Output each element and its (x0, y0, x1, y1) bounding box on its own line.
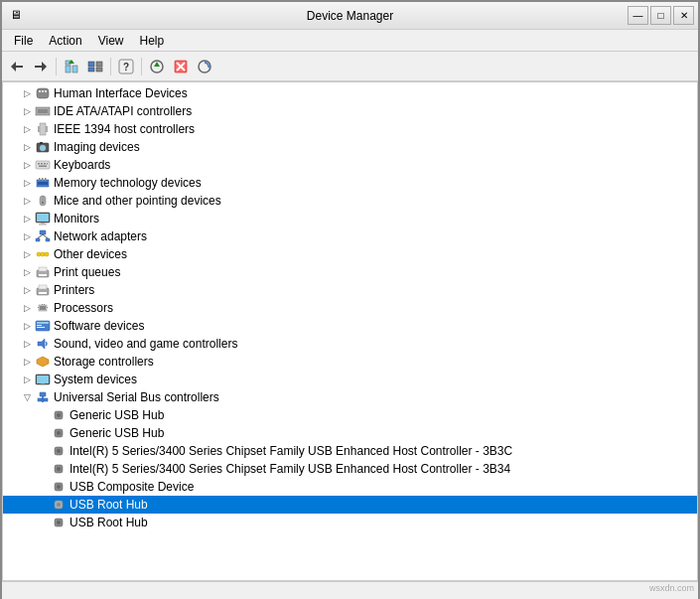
tree-item-sound[interactable]: ▷ Sound, video and game controllers (3, 335, 697, 353)
software-label: Software devices (54, 319, 144, 333)
ieee-icon (35, 121, 51, 137)
tree-item-ieee[interactable]: ▷ IEEE 1394 host controllers (3, 120, 697, 138)
system-label: System devices (54, 373, 137, 386)
expand-other[interactable]: ▷ (19, 246, 35, 262)
tree-item-intel-enhanced1[interactable]: ▷ Intel(R) 5 Series/3400 Series Chipset … (3, 442, 697, 460)
toolbar-separator-1 (56, 58, 57, 75)
monitors-label: Monitors (54, 212, 99, 225)
uninstall-button[interactable] (170, 56, 192, 77)
usb-hub2-icon (51, 425, 67, 441)
svg-rect-38 (39, 166, 47, 168)
tree-item-ide[interactable]: ▷ IDE ATA/ATAPI controllers (3, 102, 697, 120)
maximize-button[interactable]: □ (650, 6, 671, 25)
expand-ide[interactable]: ▷ (19, 103, 35, 119)
tree-item-intel-enhanced2[interactable]: ▷ Intel(R) 5 Series/3400 Series Chipset … (3, 460, 697, 478)
menu-view[interactable]: View (90, 32, 132, 50)
svg-rect-74 (37, 327, 45, 328)
expand-imaging[interactable]: ▷ (19, 139, 35, 155)
tree-item-keyboards[interactable]: ▷ Keyboards (3, 156, 697, 174)
help-button[interactable]: ? (115, 56, 137, 77)
tree-item-monitors[interactable]: ▷ Monitors (3, 210, 697, 227)
tree-item-storage[interactable]: ▷ Storage controllers (3, 353, 697, 371)
expand-storage[interactable]: ▷ (19, 354, 35, 370)
intel1-icon (51, 443, 67, 459)
svg-rect-64 (39, 292, 47, 294)
hid-label: Human Interface Devices (54, 86, 188, 100)
expand-ieee[interactable]: ▷ (19, 121, 35, 137)
forward-button[interactable] (30, 56, 52, 77)
svg-rect-61 (39, 274, 47, 276)
expand-processors[interactable]: ▷ (19, 300, 35, 316)
hid-icon (35, 85, 51, 101)
tree-item-hid[interactable]: ▷ Human Interface Devices (3, 84, 697, 102)
svg-rect-67 (38, 307, 39, 308)
usb-root1-label: USB Root Hub (70, 498, 148, 512)
ide-icon (35, 103, 51, 119)
menu-file[interactable]: File (6, 32, 41, 50)
update-driver-button[interactable] (146, 56, 168, 77)
toolbar-separator-3 (141, 58, 142, 75)
svg-rect-3 (35, 66, 43, 68)
sound-label: Sound, video and game controllers (54, 337, 237, 351)
tree-item-processors[interactable]: ▷ Processors (3, 299, 697, 317)
tree-item-imaging[interactable]: ▷ Imaging devices (3, 138, 697, 156)
close-button[interactable]: ✕ (673, 6, 694, 25)
svg-point-92 (57, 485, 61, 489)
usb-composite-label: USB Composite Device (70, 480, 194, 494)
svg-rect-69 (42, 304, 43, 305)
ide-label: IDE ATA/ATAPI controllers (54, 104, 192, 118)
expand-mice[interactable]: ▷ (19, 193, 35, 209)
expand-print-queues[interactable]: ▷ (19, 264, 35, 280)
tree-item-other[interactable]: ▷ Other devices (3, 245, 697, 263)
expand-monitors[interactable]: ▷ (19, 211, 35, 226)
scan-changes-button[interactable] (194, 56, 215, 77)
toolbar: ? (2, 52, 698, 81)
show-hidden-button[interactable] (84, 56, 106, 77)
usb-label: Universal Serial Bus controllers (54, 390, 219, 404)
expand-keyboards[interactable]: ▷ (19, 157, 35, 173)
menu-help[interactable]: Help (132, 32, 173, 50)
expand-hid[interactable]: ▷ (19, 85, 35, 101)
expand-printers[interactable]: ▷ (19, 282, 35, 298)
svg-rect-48 (37, 214, 49, 222)
tree-item-usb-hub1[interactable]: ▷ Generic USB Hub (3, 406, 697, 424)
mice-icon (35, 193, 51, 209)
tree-item-usb-root1[interactable]: ▷ USB Root Hub (3, 496, 697, 514)
svg-rect-34 (38, 163, 40, 165)
watermark: wsxdn.com (649, 583, 694, 593)
tree-item-network[interactable]: ▷ Network adapters (3, 227, 697, 245)
main-content[interactable]: ▷ Human Interface Devices ▷ IDE ATA/ATAP… (2, 81, 698, 581)
software-icon (35, 318, 51, 334)
up-button[interactable] (61, 56, 82, 77)
tree-item-system[interactable]: ▷ System devices (3, 371, 697, 388)
svg-rect-5 (66, 66, 70, 73)
expand-system[interactable]: ▷ (19, 372, 35, 387)
expand-software[interactable]: ▷ (19, 318, 35, 334)
expand-network[interactable]: ▷ (19, 228, 35, 244)
svg-rect-26 (38, 109, 48, 113)
expand-sound[interactable]: ▷ (19, 336, 35, 352)
window-title: Device Manager (307, 9, 393, 23)
tree-item-memory[interactable]: ▷ Memory technology devices (3, 174, 697, 192)
tree-item-printers[interactable]: ▷ Printers (3, 281, 697, 299)
tree-item-print-queues[interactable]: ▷ Print queues (3, 263, 697, 281)
back-button[interactable] (6, 56, 28, 77)
network-label: Network adapters (54, 229, 147, 243)
tree-item-usb-hub2[interactable]: ▷ Generic USB Hub (3, 424, 697, 442)
tree-item-software[interactable]: ▷ Software devices (3, 317, 697, 335)
menu-action[interactable]: Action (41, 32, 89, 50)
expand-usb[interactable]: ▽ (19, 389, 35, 405)
tree-item-usb-root2[interactable]: ▷ USB Root Hub (3, 514, 697, 531)
imaging-icon (35, 139, 51, 155)
tree-item-mice[interactable]: ▷ Mice and other pointing devices (3, 192, 697, 210)
expand-memory[interactable]: ▷ (19, 175, 35, 191)
svg-point-86 (57, 431, 61, 435)
minimize-button[interactable]: — (628, 6, 648, 25)
usb-root1-icon (51, 497, 67, 513)
title-bar-icon: 🖥 (10, 8, 26, 24)
svg-point-22 (39, 90, 41, 92)
tree-item-usb-composite[interactable]: ▷ USB Composite Device (3, 478, 697, 496)
usb-root2-label: USB Root Hub (70, 516, 148, 529)
svg-rect-27 (40, 123, 46, 135)
tree-item-usb[interactable]: ▽ Universal Serial Bus controllers (3, 388, 697, 406)
